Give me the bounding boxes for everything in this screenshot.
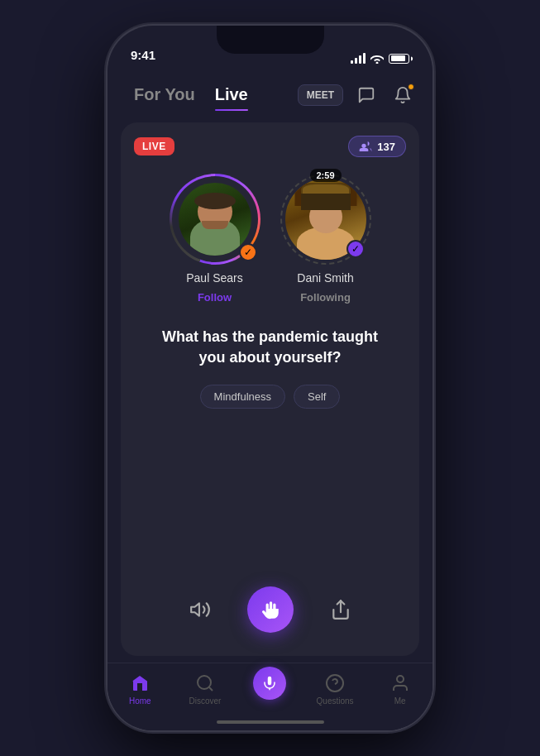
tag-self[interactable]: Self: [294, 385, 340, 409]
status-icons: [351, 53, 409, 64]
following-dani-text: Following: [300, 291, 351, 304]
viewers-icon: [359, 140, 372, 153]
bottom-actions: [134, 577, 406, 643]
follow-paul-button[interactable]: Follow: [198, 291, 232, 304]
speaker-name-dani: Dani Smith: [297, 271, 353, 285]
battery-icon: [389, 54, 409, 64]
tags-row: Mindfulness Self: [134, 385, 406, 409]
tab-live[interactable]: Live: [205, 80, 258, 109]
tab-questions[interactable]: Questions: [303, 673, 368, 706]
mic-icon: [262, 676, 277, 691]
tab-me-label: Me: [394, 696, 406, 706]
speaker-dani: 2:59 ✓ Dani Smith Following: [280, 174, 371, 304]
raise-hand-button[interactable]: [247, 586, 294, 633]
verified-badge-paul: ✓: [239, 243, 257, 261]
svg-point-4: [397, 676, 404, 682]
tab-mic[interactable]: [237, 673, 303, 700]
avatar-wrapper-paul: ✓: [170, 174, 260, 265]
phone-frame: 9:41 For You Live: [108, 26, 432, 730]
questions-icon: [325, 673, 345, 693]
wifi-icon: [370, 54, 384, 64]
volume-icon: [189, 599, 211, 620]
notification-button[interactable]: [389, 82, 416, 108]
tab-discover[interactable]: Discover: [173, 673, 238, 706]
verified-badge-dani: ✓: [346, 240, 365, 258]
tab-for-you[interactable]: For You: [124, 80, 205, 109]
tag-mindfulness[interactable]: Mindfulness: [200, 385, 285, 409]
question-text: What has the pandemic taught you about y…: [147, 327, 393, 368]
tab-home[interactable]: Home: [108, 673, 173, 706]
speaker-paul: ✓ Paul Sears Follow: [170, 174, 260, 304]
live-header: LIVE 137: [134, 136, 406, 157]
svg-marker-0: [191, 603, 199, 615]
timer-badge: 2:59: [309, 169, 341, 182]
signal-icon: [351, 53, 366, 64]
speakers-row: ✓ Paul Sears Follow 2:59: [134, 174, 406, 304]
tab-discover-label: Discover: [189, 696, 221, 706]
home-indicator: [217, 720, 324, 724]
home-icon: [130, 673, 150, 693]
chat-button[interactable]: [353, 82, 380, 108]
svg-point-2: [198, 676, 211, 689]
speaker-name-paul: Paul Sears: [186, 271, 242, 285]
volume-button[interactable]: [182, 591, 218, 628]
share-button[interactable]: [323, 591, 359, 628]
meet-button[interactable]: MEET: [298, 84, 343, 106]
status-time: 9:41: [131, 48, 155, 64]
app-content: For You Live MEET: [108, 70, 432, 730]
tab-me[interactable]: Me: [367, 673, 432, 706]
tab-home-label: Home: [129, 696, 151, 706]
share-icon: [330, 599, 351, 620]
discover-icon: [195, 673, 215, 693]
mic-button[interactable]: [253, 667, 286, 700]
notch: [217, 26, 324, 54]
hand-icon: [260, 599, 281, 620]
chat-icon: [357, 86, 375, 104]
viewer-count: 137: [348, 136, 406, 157]
avatar-wrapper-dani: 2:59 ✓: [280, 174, 371, 265]
header-actions: MEET: [298, 82, 416, 108]
tab-questions-label: Questions: [317, 696, 354, 706]
live-badge: LIVE: [134, 137, 174, 156]
notification-dot: [408, 84, 414, 90]
live-card: LIVE 137: [121, 122, 419, 656]
me-icon: [390, 673, 410, 693]
header-nav: For You Live MEET: [108, 70, 432, 116]
